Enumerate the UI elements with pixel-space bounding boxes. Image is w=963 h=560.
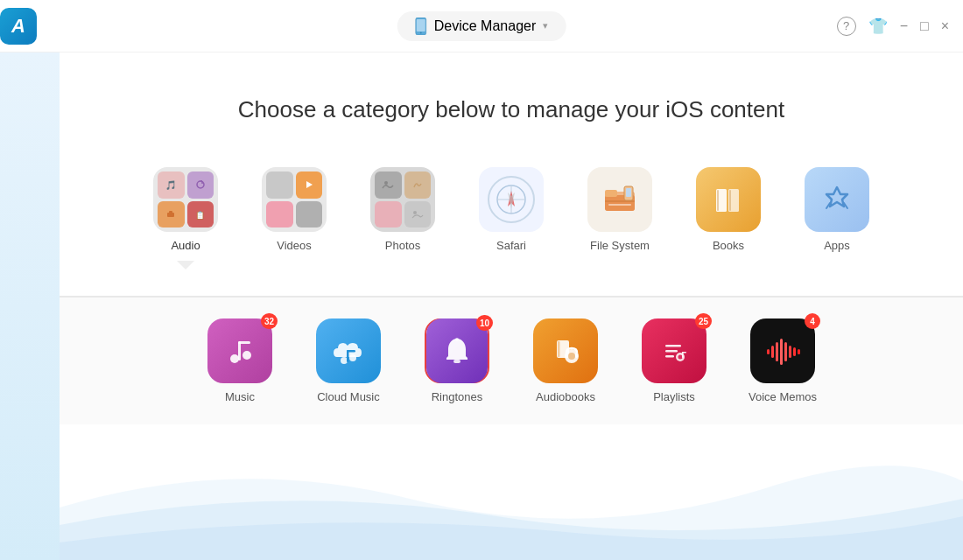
svg-rect-45 bbox=[665, 345, 681, 347]
apps-svg bbox=[818, 180, 856, 219]
voicememos-svg bbox=[763, 333, 802, 368]
minimize-button[interactable]: − bbox=[900, 19, 908, 33]
svg-rect-1 bbox=[417, 19, 425, 32]
playlists-icon-bg bbox=[642, 318, 706, 383]
subcategories-row: 32 Music Cloud Music bbox=[60, 296, 963, 424]
music-badge: 32 bbox=[261, 313, 278, 329]
svg-rect-20 bbox=[605, 190, 617, 197]
audio-icon-wrap: 🎵 📋 bbox=[153, 167, 218, 232]
filesystem-icon-bg bbox=[587, 167, 652, 232]
ringtones-svg bbox=[439, 333, 474, 368]
subcategory-voicememos[interactable]: 4 Voice Memos bbox=[739, 318, 826, 403]
svg-rect-40 bbox=[558, 341, 560, 357]
audiobooks-svg bbox=[548, 333, 583, 368]
category-filesystem-label: File System bbox=[590, 239, 650, 252]
category-audio-label: Audio bbox=[171, 239, 200, 252]
audio-cell-3 bbox=[158, 201, 185, 228]
ringtones-icon-wrap: 10 bbox=[425, 318, 489, 383]
voicememos-badge: 4 bbox=[805, 313, 820, 329]
music-svg bbox=[223, 334, 257, 368]
svg-rect-31 bbox=[238, 341, 241, 360]
subcategory-music[interactable]: 32 Music bbox=[196, 318, 284, 403]
device-manager-pill[interactable]: Device Manager ▾ bbox=[397, 11, 566, 41]
audio-cell-2 bbox=[187, 172, 214, 199]
subcategory-playlists[interactable]: 25 Playlists bbox=[630, 318, 718, 403]
videos-icon-wrap bbox=[262, 167, 327, 232]
device-manager-title: Device Manager bbox=[434, 18, 537, 34]
close-button[interactable]: × bbox=[941, 19, 949, 33]
cloudmusic-svg bbox=[330, 334, 367, 368]
svg-rect-32 bbox=[238, 341, 250, 344]
background-waves bbox=[60, 438, 963, 560]
svg-rect-36 bbox=[347, 350, 355, 353]
svg-rect-59 bbox=[798, 349, 800, 354]
playlists-badge: 25 bbox=[695, 313, 712, 329]
content-area: Choose a category below to manage your i… bbox=[60, 52, 963, 296]
svg-point-2 bbox=[420, 32, 422, 33]
category-apps-label: Apps bbox=[824, 239, 850, 252]
category-videos-label: Videos bbox=[277, 239, 312, 252]
svg-rect-46 bbox=[665, 350, 678, 353]
category-books[interactable]: Books bbox=[685, 167, 772, 252]
category-safari[interactable]: Safari bbox=[467, 167, 555, 252]
titlebar-center: Device Manager ▾ bbox=[397, 11, 566, 41]
titlebar-right: ? 👕 − □ × bbox=[837, 17, 949, 36]
svg-rect-22 bbox=[608, 204, 631, 206]
svg-point-42 bbox=[568, 353, 575, 360]
category-apps[interactable]: Apps bbox=[793, 167, 881, 252]
ph-cell-3 bbox=[375, 201, 402, 228]
safari-circle bbox=[488, 176, 535, 223]
category-audio[interactable]: 🎵 📋 Audio bbox=[142, 167, 229, 270]
apps-icon-bg bbox=[805, 167, 869, 232]
ph-cell-4 bbox=[404, 201, 432, 228]
app-logo: A bbox=[0, 8, 37, 45]
videos-grid-icon bbox=[262, 167, 327, 232]
svg-point-30 bbox=[243, 351, 251, 360]
category-filesystem[interactable]: File System bbox=[576, 167, 664, 252]
shirt-icon[interactable]: 👕 bbox=[868, 17, 888, 36]
filesystem-svg bbox=[600, 179, 640, 220]
svg-point-4 bbox=[197, 181, 204, 188]
categories-row: 🎵 📋 Audio bbox=[95, 167, 928, 270]
maximize-button[interactable]: □ bbox=[920, 19, 929, 33]
subcategory-cloudmusic-label: Cloud Music bbox=[317, 390, 380, 403]
dropdown-chevron: ▾ bbox=[543, 20, 548, 32]
subcategory-playlists-label: Playlists bbox=[653, 390, 695, 403]
page-heading: Choose a category below to manage your i… bbox=[95, 96, 928, 123]
category-safari-label: Safari bbox=[496, 239, 526, 252]
titlebar-left: A bbox=[14, 8, 51, 45]
cloudmusic-icon-wrap bbox=[316, 318, 381, 383]
help-button[interactable]: ? bbox=[837, 17, 856, 36]
subcategory-cloudmusic[interactable]: Cloud Music bbox=[305, 318, 392, 403]
category-photos[interactable]: Photos bbox=[359, 167, 446, 252]
svg-point-12 bbox=[413, 211, 417, 214]
photos-icon-wrap bbox=[370, 167, 435, 232]
svg-rect-43 bbox=[566, 353, 568, 358]
svg-rect-8 bbox=[169, 211, 172, 214]
svg-rect-54 bbox=[776, 342, 778, 361]
audio-cell-1: 🎵 bbox=[158, 172, 185, 199]
books-icon-wrap bbox=[696, 167, 761, 232]
svg-marker-10 bbox=[306, 181, 313, 188]
category-videos[interactable]: Videos bbox=[250, 167, 338, 252]
svg-rect-51 bbox=[682, 352, 686, 354]
titlebar: A Device Manager ▾ ? 👕 − □ × bbox=[0, 0, 963, 52]
ph-cell-2 bbox=[404, 172, 432, 199]
svg-rect-57 bbox=[789, 346, 791, 358]
photos-grid-icon bbox=[370, 167, 435, 232]
app-logo-letter: A bbox=[11, 15, 25, 38]
svg-rect-55 bbox=[780, 339, 783, 365]
svg-point-29 bbox=[230, 354, 239, 363]
books-icon-bg bbox=[696, 167, 761, 232]
svg-rect-52 bbox=[767, 349, 770, 354]
svg-rect-58 bbox=[793, 347, 796, 356]
books-svg bbox=[709, 180, 748, 219]
selected-indicator bbox=[177, 261, 194, 270]
category-books-label: Books bbox=[713, 239, 744, 252]
svg-rect-37 bbox=[453, 360, 460, 363]
subcategory-audiobooks[interactable]: Audiobooks bbox=[522, 318, 609, 403]
sidebar bbox=[0, 52, 60, 560]
svg-rect-53 bbox=[771, 346, 774, 358]
subcategory-ringtones[interactable]: 10 Ringtones bbox=[413, 318, 501, 403]
ph-cell-1 bbox=[375, 172, 402, 199]
